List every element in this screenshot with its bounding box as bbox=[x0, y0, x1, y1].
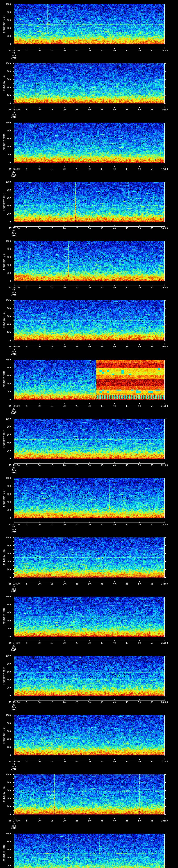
y-axis-tick-label: 800 bbox=[0, 841, 11, 843]
y-axis-tick-label: 800 bbox=[0, 189, 11, 191]
x-axis-tick-label: 30 bbox=[88, 227, 91, 229]
x-axis-tick-label: 25 bbox=[76, 701, 78, 703]
x-axis-tick-label: 30 bbox=[88, 108, 91, 111]
x-axis-start-time: 15:22:00 bbox=[9, 523, 20, 526]
spectrogram-panel: Frequency (Hz) 15:25:00 26:00 0200400600… bbox=[0, 652, 178, 711]
y-axis-tick-label: 400 bbox=[0, 857, 11, 859]
x-axis-tick-label: 50 bbox=[138, 761, 141, 763]
spectrogram-panel: Frequency (Hz) 15:22:00 23:00 0200400600… bbox=[0, 474, 178, 533]
y-axis-tick-label: 1000 bbox=[0, 655, 11, 657]
x-axis-tick-label: 35 bbox=[100, 168, 103, 170]
y-axis-tick-label: 400 bbox=[0, 146, 11, 148]
x-axis-tick-label: 10 bbox=[38, 227, 41, 229]
x-axis-tick-label: 35 bbox=[100, 345, 103, 348]
x-axis-tick-label: 15 bbox=[51, 464, 53, 466]
x-axis-tick-label: 40 bbox=[113, 583, 116, 585]
y-axis-tick-label: 1000 bbox=[0, 62, 11, 65]
x-axis-tick-label: 45 bbox=[125, 227, 128, 229]
x-axis-tick-label: 20 bbox=[63, 701, 66, 703]
x-axis-tick-label: 20 bbox=[63, 761, 66, 763]
x-axis-start-time: 15:25:00 bbox=[9, 701, 20, 703]
x-axis-end-time: 24:00 bbox=[161, 583, 168, 585]
x-axis-tick-label: 40 bbox=[113, 108, 116, 111]
x-axis-tick-label: 20 bbox=[63, 819, 66, 822]
x-axis-tick-label: 20 bbox=[63, 464, 66, 466]
x-axis-end-time: 17:00 bbox=[161, 168, 168, 170]
x-axis-start-time: 15:17:00 bbox=[9, 227, 20, 229]
x-axis-tick-label: 10 bbox=[38, 49, 41, 52]
x-axis-date-line: 2015 bbox=[11, 175, 16, 178]
x-axis-tick-label: 55 bbox=[151, 405, 153, 407]
x-axis-tick-label: 40 bbox=[113, 761, 116, 763]
x-axis-tick-label: 10 bbox=[38, 345, 41, 348]
y-axis-tick-label: 800 bbox=[0, 545, 11, 547]
y-axis-tick-label: 400 bbox=[0, 383, 11, 385]
y-axis-tick-label: 800 bbox=[0, 130, 11, 132]
x-axis-tick-label: 5 bbox=[26, 49, 27, 52]
x-axis-tick-label: 20 bbox=[63, 345, 66, 348]
y-axis-tick-label: 1000 bbox=[0, 714, 11, 716]
x-axis-tick-label: 20 bbox=[63, 49, 66, 52]
x-axis-date-line: 2015 bbox=[11, 649, 16, 651]
x-axis-date-line: 2015 bbox=[11, 353, 16, 355]
x-axis-tick-label: 45 bbox=[125, 168, 128, 170]
x-axis-tick-label: 15 bbox=[51, 761, 53, 763]
x-axis-tick-label: 35 bbox=[100, 642, 103, 644]
x-axis-tick-label: 50 bbox=[138, 642, 141, 644]
y-axis-tick-label: 200 bbox=[0, 391, 11, 393]
x-axis-tick-label: 55 bbox=[151, 464, 153, 466]
y-axis-tick-label: 800 bbox=[0, 722, 11, 724]
spectrogram-panel: Frequency (Hz) 15:24:00 25:00 0200400600… bbox=[0, 592, 178, 652]
x-axis-end-time: 20:00 bbox=[161, 345, 168, 348]
x-axis-tick-label: 45 bbox=[125, 108, 128, 111]
x-axis-tick-label: 5 bbox=[26, 345, 27, 348]
x-axis-tick-label: 25 bbox=[76, 49, 78, 52]
spectrogram-panel: Frequency (Hz) 15:14:00 15:00 0200400600… bbox=[0, 0, 178, 59]
x-axis-date-line: 2015 bbox=[11, 293, 16, 296]
x-axis-tick-label: 40 bbox=[113, 168, 116, 170]
x-axis-tick-label: 40 bbox=[113, 701, 116, 703]
x-axis-date-line: 2015 bbox=[11, 235, 16, 237]
x-axis-tick-label: 30 bbox=[88, 642, 91, 644]
x-axis-tick-label: 45 bbox=[125, 405, 128, 407]
x-axis-date-line: 2015 bbox=[11, 412, 16, 414]
y-axis-tick-label: 200 bbox=[0, 272, 11, 274]
x-axis-tick-label: 35 bbox=[100, 701, 103, 703]
x-axis-date-line: 2015 bbox=[11, 116, 16, 118]
x-axis-tick-label: 55 bbox=[151, 168, 153, 170]
y-axis-tick-label: 400 bbox=[0, 86, 11, 89]
y-axis-tick-label: 400 bbox=[0, 27, 11, 29]
x-axis-tick-label: 25 bbox=[76, 464, 78, 466]
x-axis-tick-label: 30 bbox=[88, 464, 91, 466]
y-axis-tick-label: 200 bbox=[0, 627, 11, 630]
x-axis-tick-label: 40 bbox=[113, 286, 116, 288]
x-axis-tick-label: 15 bbox=[51, 523, 53, 526]
x-axis-date-line: 2015 bbox=[11, 471, 16, 473]
x-axis-tick-label: 45 bbox=[125, 819, 128, 822]
x-axis-tick-label: 25 bbox=[76, 227, 78, 229]
x-axis-end-time: 19:00 bbox=[161, 286, 168, 288]
x-axis-tick-label: 10 bbox=[38, 819, 41, 822]
x-axis-tick-label: 10 bbox=[38, 108, 41, 111]
x-axis-start-time: 15:23:00 bbox=[9, 583, 20, 585]
x-axis-tick-label: 5 bbox=[26, 464, 27, 466]
x-axis-tick-label: 35 bbox=[100, 761, 103, 763]
y-axis-tick-label: 400 bbox=[0, 264, 11, 266]
y-axis-tick-label: 400 bbox=[0, 560, 11, 563]
spectrogram-panel: Frequency (Hz) 15:27:00 28:00 0200400600… bbox=[0, 770, 178, 830]
x-axis-date-line: 2015 bbox=[11, 590, 16, 592]
x-axis-tick-label: 25 bbox=[76, 405, 78, 407]
x-axis-tick-label: 5 bbox=[26, 583, 27, 585]
x-axis-tick-label: 55 bbox=[151, 583, 153, 585]
y-axis-title: Frequency (Hz) bbox=[3, 252, 5, 270]
x-axis-tick-label: 50 bbox=[138, 523, 141, 526]
x-axis-tick-label: 25 bbox=[76, 819, 78, 822]
y-axis-tick-label: 600 bbox=[0, 19, 11, 21]
y-axis-tick-label: 600 bbox=[0, 197, 11, 199]
y-axis-title: Frequency (Hz) bbox=[3, 785, 5, 803]
y-axis-tick-label: 200 bbox=[0, 213, 11, 215]
x-axis-tick-label: 10 bbox=[38, 761, 41, 763]
x-axis-tick-label: 35 bbox=[100, 523, 103, 526]
x-axis-end-time: 25:00 bbox=[161, 642, 168, 644]
x-axis-tick-label: 10 bbox=[38, 701, 41, 703]
